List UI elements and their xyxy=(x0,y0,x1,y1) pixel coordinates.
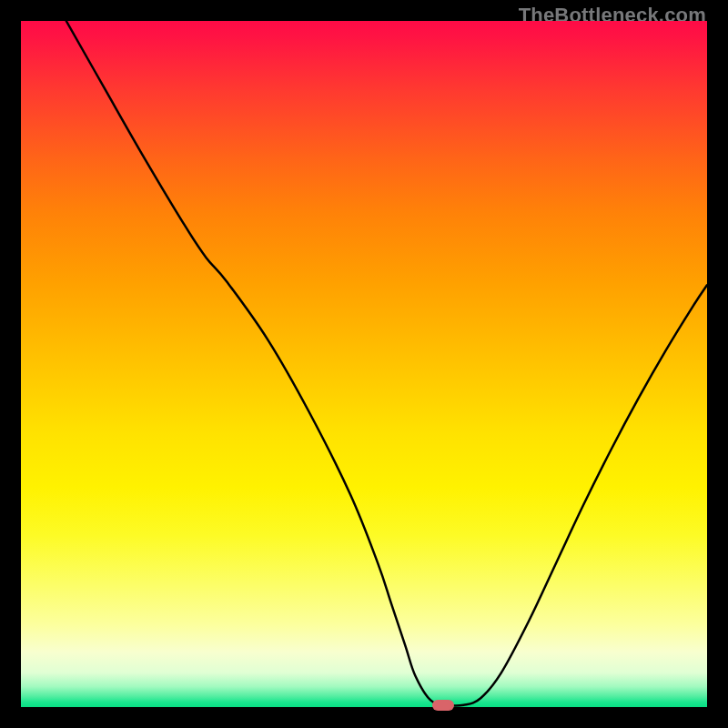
plot-area xyxy=(21,21,707,707)
chart-frame: TheBottleneck.com xyxy=(0,0,728,728)
optimal-marker xyxy=(432,700,454,711)
bottleneck-curve xyxy=(66,21,707,706)
curve-svg xyxy=(21,21,707,707)
